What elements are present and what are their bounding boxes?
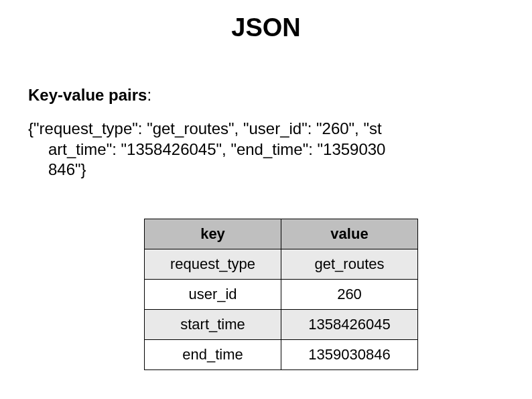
json-example: {"request_type": "get_routes", "user_id"… [28, 119, 457, 180]
cell-value: get_routes [281, 249, 418, 280]
col-header-key: key [145, 219, 281, 249]
slide: JSON Key-value pairs: {"request_type": "… [0, 0, 532, 399]
section-heading: Key-value pairs: [28, 86, 151, 105]
json-line-2: art_time": "1358426045", "end_time": "13… [48, 140, 385, 158]
col-header-value: value [281, 219, 418, 249]
table-row: end_time 1359030846 [145, 340, 418, 370]
section-heading-colon: : [147, 86, 151, 104]
cell-value: 260 [281, 280, 418, 310]
table-row: request_type get_routes [145, 249, 418, 280]
cell-key: end_time [145, 340, 281, 370]
section-heading-text: Key-value pairs [28, 86, 147, 104]
table-header-row: key value [145, 219, 418, 249]
cell-value: 1359030846 [281, 340, 418, 370]
cell-key: request_type [145, 249, 281, 280]
json-line-1: {"request_type": "get_routes", "user_id"… [28, 119, 382, 137]
table-row: start_time 1358426045 [145, 310, 418, 340]
kv-table: key value request_type get_routes user_i… [144, 219, 418, 370]
cell-key: user_id [145, 280, 281, 310]
cell-value: 1358426045 [281, 310, 418, 340]
cell-key: start_time [145, 310, 281, 340]
json-line-3: 846"} [48, 160, 86, 178]
table-row: user_id 260 [145, 280, 418, 310]
page-title: JSON [0, 13, 532, 42]
